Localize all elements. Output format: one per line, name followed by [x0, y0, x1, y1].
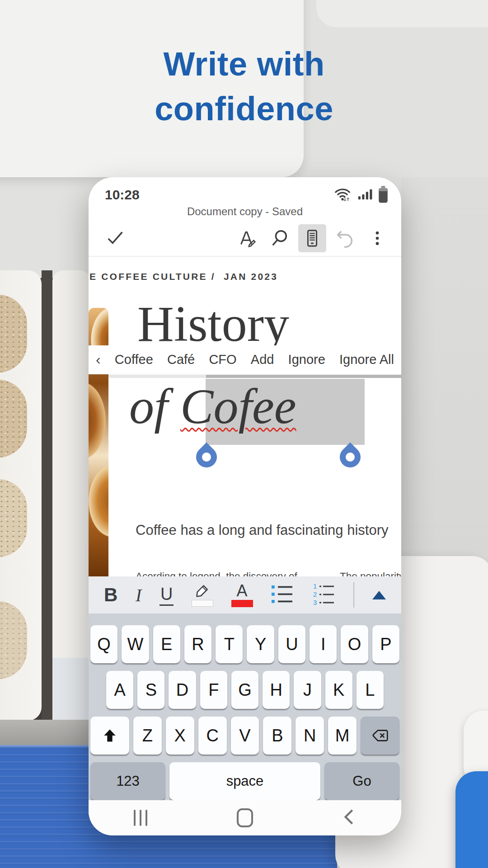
body-column-1: Acording to legend, the discovery of cof… [136, 524, 316, 576]
bullet-list-button[interactable] [271, 584, 294, 606]
key-c[interactable]: C [198, 717, 227, 755]
tray-gap [42, 270, 52, 721]
key-k[interactable]: K [325, 671, 352, 709]
status-time: 10:28 [105, 187, 140, 203]
confirm-check-icon[interactable] [105, 227, 126, 250]
highlight-swatch [192, 600, 213, 607]
undo-icon [331, 224, 359, 252]
heading-plain-text: of [129, 379, 180, 434]
desk-panel-top-right [316, 0, 488, 27]
blue-object [455, 771, 488, 868]
col1-line1-rest: to legend, the discovery of [176, 571, 297, 576]
symbols-key[interactable]: 123 [90, 762, 165, 800]
suggestion-ignore[interactable]: Ignore [288, 352, 325, 367]
format-font-icon[interactable] [233, 224, 261, 252]
speckled-tray [52, 270, 90, 721]
italic-button[interactable]: I [136, 585, 141, 606]
key-r[interactable]: R [184, 625, 211, 663]
key-b[interactable]: B [263, 717, 291, 755]
hero-title-line1: Write with [0, 42, 488, 86]
suggestion-coffee[interactable]: Coffee [115, 352, 153, 367]
back-icon[interactable] [342, 808, 357, 828]
svg-text:3: 3 [313, 599, 317, 606]
scroll-thumb[interactable] [206, 375, 401, 378]
hero-title-line2: confidence [0, 86, 488, 131]
keyboard: Q W E R T Y U I O P A S D F G H J K L [89, 613, 401, 800]
format-toolbar: B I U A [89, 576, 401, 613]
key-p[interactable]: P [372, 625, 399, 663]
body-column-2: The popularity spread through 18th centu… [340, 524, 401, 576]
phone-frame: 10:28 [89, 177, 401, 835]
heading-selected-misspelled-word[interactable]: Cofee [180, 379, 296, 434]
key-j[interactable]: J [294, 671, 321, 709]
col1-line1: Acording to legend, the discovery of [136, 566, 316, 576]
svg-text:1: 1 [313, 582, 317, 590]
go-key[interactable]: Go [324, 762, 399, 800]
col2-line1: The popularity [340, 566, 401, 576]
key-e[interactable]: E [153, 625, 180, 663]
key-n[interactable]: N [296, 717, 324, 755]
document-heading-line1: History [137, 295, 289, 353]
font-color-button[interactable]: A [231, 583, 253, 607]
key-v[interactable]: V [231, 717, 259, 755]
numbered-list-button[interactable]: 1 2 3 [312, 582, 336, 608]
recents-icon[interactable] [134, 810, 147, 826]
status-icons [333, 186, 389, 204]
key-o[interactable]: O [341, 625, 368, 663]
svg-text:2: 2 [313, 590, 317, 598]
key-i[interactable]: I [310, 625, 337, 663]
key-x[interactable]: X [166, 717, 194, 755]
overflow-menu-icon[interactable] [363, 224, 391, 252]
keyboard-row-1: Q W E R T Y U I O P [90, 625, 399, 663]
key-h[interactable]: H [263, 671, 290, 709]
suggestion-cfo[interactable]: CFO [209, 352, 236, 367]
mobile-view-icon[interactable] [298, 224, 326, 252]
suggestion-cafe[interactable]: Café [167, 352, 195, 367]
format-toolbar-divider [353, 582, 354, 608]
key-t[interactable]: T [216, 625, 243, 663]
hero-title: Write with confidence [0, 42, 488, 131]
key-s[interactable]: S [137, 671, 164, 709]
collapse-keyboard-button[interactable] [372, 591, 386, 599]
document-title: Document copy - Saved [89, 205, 401, 218]
key-u[interactable]: U [278, 625, 305, 663]
key-g[interactable]: G [231, 671, 258, 709]
key-y[interactable]: Y [247, 625, 274, 663]
table-edge [0, 720, 90, 749]
document-heading-line2: of Cofee [129, 378, 296, 435]
backspace-key[interactable] [361, 717, 399, 755]
underline-button[interactable]: U [160, 585, 174, 606]
key-f[interactable]: F [200, 671, 227, 709]
key-m[interactable]: M [328, 717, 357, 755]
scroll-track [108, 375, 206, 378]
app-toolbar [89, 222, 401, 255]
highlight-color-button[interactable] [192, 584, 213, 607]
bold-button[interactable]: B [104, 584, 117, 606]
key-l[interactable]: L [357, 671, 384, 709]
wifi-icon [333, 186, 352, 205]
key-q[interactable]: Q [90, 625, 117, 663]
key-a[interactable]: A [106, 671, 133, 709]
space-key[interactable]: space [169, 762, 320, 800]
suggestion-back-chevron[interactable]: ‹ [96, 351, 101, 368]
highlighter-icon [193, 584, 211, 599]
signal-icon [357, 187, 372, 204]
key-z[interactable]: Z [133, 717, 162, 755]
keyboard-row-4: 123 space Go [90, 762, 399, 800]
suggestion-add[interactable]: Add [251, 352, 274, 367]
spell-suggestion-bar: ‹ Coffee Café CFO Add Ignore Ignore All [89, 345, 401, 374]
android-nav-bar [89, 800, 401, 835]
keyboard-row-3: Z X C V B N M [90, 717, 399, 755]
screenshot-root: Write with confidence 10:28 [0, 0, 488, 868]
search-icon[interactable] [266, 224, 294, 252]
shift-key[interactable] [90, 717, 129, 755]
speckled-tray-lower [52, 658, 90, 721]
misspelled-word-acording[interactable]: Acording [136, 571, 176, 576]
suggestion-ignore-all[interactable]: Ignore All [339, 352, 394, 367]
keyboard-row-2: A S D F G H J K L [106, 671, 384, 709]
battery-icon [378, 185, 389, 205]
document-canvas[interactable]: E COFFEE CULTURE / JAN 2023 History of C… [89, 257, 401, 576]
key-w[interactable]: W [122, 625, 149, 663]
home-icon[interactable] [237, 808, 253, 827]
key-d[interactable]: D [169, 671, 196, 709]
